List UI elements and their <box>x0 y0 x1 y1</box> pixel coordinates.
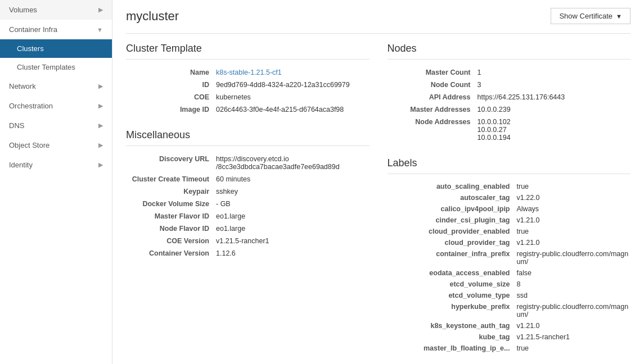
detail-value-coe: kubernetes <box>216 93 251 101</box>
chevron-right-icon: ▶ <box>98 102 103 110</box>
node-address-2: 10.0.0.27 <box>478 126 511 134</box>
chevron-right-icon: ▶ <box>98 161 103 169</box>
label-row: k8s_keystone_auth_tagv1.21.0 <box>388 320 631 331</box>
detail-label-image-id: Image ID <box>126 106 216 113</box>
detail-label-discovery-url: Discovery URL <box>126 155 216 171</box>
detail-label-name: Name <box>126 69 216 76</box>
sidebar-item-volumes[interactable]: Volumes ▶ <box>0 0 112 20</box>
detail-value-master-addresses: 10.0.0.239 <box>478 106 511 113</box>
label-value: registry-public.cloudferro.com/magnum/ <box>517 303 631 319</box>
page-title: mycluster <box>126 9 179 24</box>
detail-row-container-version: Container Version 1.12.6 <box>126 247 370 260</box>
detail-row-id: ID 9ed9d769-4dd8-4324-a220-12a31cc69979 <box>126 79 370 91</box>
chevron-right-icon: ▶ <box>98 83 103 90</box>
label-key: container_infra_prefix <box>388 250 517 266</box>
sidebar: Volumes ▶ Container Infra ▼ Clusters Clu… <box>0 0 112 364</box>
detail-row-node-count: Node Count 3 <box>388 79 631 91</box>
label-value: Always <box>517 205 539 213</box>
sidebar-item-label: Orchestration <box>9 102 53 110</box>
label-value: true <box>517 183 529 190</box>
detail-label-coe: COE <box>126 93 216 101</box>
label-key: k8s_keystone_auth_tag <box>388 322 517 330</box>
sidebar-item-cluster-templates[interactable]: Cluster Templates <box>0 58 112 76</box>
left-column: Cluster Template Name k8s-stable-1.21.5-… <box>126 43 370 364</box>
chevron-right-icon: ▶ <box>98 142 103 149</box>
label-value: v1.22.0 <box>517 194 540 202</box>
labels-table: auto_scaling_enabledtrueautoscaler_tagv1… <box>388 181 631 354</box>
detail-value-master-count: 1 <box>478 69 481 76</box>
detail-row-name: Name k8s-stable-1.21.5-cf1 <box>126 66 370 79</box>
show-certificate-button[interactable]: Show Certificate ▼ <box>551 8 631 24</box>
detail-label-keypair: Keypair <box>126 188 216 195</box>
label-value: false <box>517 269 532 277</box>
detail-label-master-addresses: Master Addresses <box>388 106 478 113</box>
miscellaneous-section: Miscellaneous Discovery URL https://disc… <box>126 129 370 260</box>
sidebar-item-label: Volumes <box>9 6 37 14</box>
detail-value-discovery-url: https://discovery.etcd.io/8cc3e3dbdca7ba… <box>216 155 340 171</box>
label-value: v1.21.0 <box>517 239 540 247</box>
miscellaneous-title: Miscellaneous <box>126 129 370 146</box>
label-key: master_lb_floating_ip_e... <box>388 344 517 352</box>
detail-label-cluster-create-timeout: Cluster Create Timeout <box>126 175 216 183</box>
cluster-template-title: Cluster Template <box>126 43 370 60</box>
detail-row-cluster-create-timeout: Cluster Create Timeout 60 minutes <box>126 173 370 185</box>
detail-row-discovery-url: Discovery URL https://discovery.etcd.io/… <box>126 153 370 173</box>
detail-value-node-addresses: 10.0.0.102 10.0.0.27 10.0.0.194 <box>478 118 511 142</box>
label-row: cloud_provider_tagv1.21.0 <box>388 237 631 248</box>
label-value: 8 <box>517 280 521 288</box>
label-row: master_lb_floating_ip_e...true <box>388 343 631 354</box>
sidebar-item-orchestration[interactable]: Orchestration ▶ <box>0 96 112 116</box>
sidebar-item-network[interactable]: Network ▶ <box>0 76 112 96</box>
label-row: kube_tagv1.21.5-rancher1 <box>388 331 631 343</box>
detail-value-master-flavor-id: eo1.large <box>216 212 245 220</box>
detail-value-container-version: 1.12.6 <box>216 249 236 257</box>
detail-label-master-count: Master Count <box>388 69 478 76</box>
sidebar-item-label: DNS <box>9 121 24 130</box>
label-row: hyperkube_prefixregistry-public.cloudfer… <box>388 301 631 320</box>
sidebar-item-label: Object Store <box>9 141 49 149</box>
detail-row-api-address: API Address https://64.225.131.176:6443 <box>388 91 631 103</box>
sidebar-item-label: Identity <box>9 161 33 169</box>
label-value: v1.21.0 <box>517 216 540 224</box>
chevron-right-icon: ▶ <box>98 6 103 13</box>
sidebar-item-label: Container Infra <box>9 25 57 34</box>
label-key: hyperkube_prefix <box>388 303 517 319</box>
detail-row-master-flavor-id: Master Flavor ID eo1.large <box>126 210 370 222</box>
label-value: v1.21.5-rancher1 <box>517 333 570 341</box>
detail-label-api-address: API Address <box>388 93 478 101</box>
cluster-template-section: Cluster Template Name k8s-stable-1.21.5-… <box>126 43 370 116</box>
detail-label-docker-volume-size: Docker Volume Size <box>126 200 216 208</box>
detail-row-image-id: Image ID 026c4463-3f0e-4e4f-a215-d6764ac… <box>126 103 370 116</box>
detail-value-coe-version: v1.21.5-rancher1 <box>216 237 269 245</box>
detail-value-node-flavor-id: eo1.large <box>216 225 245 233</box>
label-key: cloud_provider_enabled <box>388 228 517 235</box>
sidebar-item-dns[interactable]: DNS ▶ <box>0 116 112 135</box>
label-row: etcd_volume_typessd <box>388 290 631 301</box>
label-key: calico_ipv4pool_ipip <box>388 205 517 213</box>
chevron-down-icon: ▼ <box>97 26 103 33</box>
node-address-1: 10.0.0.102 <box>478 118 511 126</box>
chevron-right-icon: ▶ <box>98 122 103 129</box>
detail-value-image-id: 026c4463-3f0e-4e4f-a215-d6764aca3f98 <box>216 106 344 113</box>
detail-row-master-count: Master Count 1 <box>388 66 631 79</box>
cluster-template-table: Name k8s-stable-1.21.5-cf1 ID 9ed9d769-4… <box>126 66 370 116</box>
sidebar-item-clusters[interactable]: Clusters <box>0 39 112 58</box>
nodes-title: Nodes <box>388 43 631 60</box>
detail-label-node-addresses: Node Addresses <box>388 118 478 142</box>
label-key: cinder_csi_plugin_tag <box>388 216 517 224</box>
sidebar-item-identity[interactable]: Identity ▶ <box>0 155 112 175</box>
nodes-section: Nodes Master Count 1 Node Count 3 API Ad… <box>388 43 631 144</box>
label-value: ssd <box>517 292 528 299</box>
detail-value-name[interactable]: k8s-stable-1.21.5-cf1 <box>216 69 282 76</box>
dropdown-caret-icon: ▼ <box>616 13 622 20</box>
sidebar-item-container-infra[interactable]: Container Infra ▼ <box>0 20 112 39</box>
detail-value-node-count: 3 <box>478 81 481 89</box>
label-value: v1.21.0 <box>517 322 540 330</box>
detail-row-keypair: Keypair sshkey <box>126 185 370 198</box>
detail-value-docker-volume-size: - GB <box>216 200 231 208</box>
detail-row-node-flavor-id: Node Flavor ID eo1.large <box>126 222 370 235</box>
page-header: mycluster Show Certificate ▼ <box>126 0 631 34</box>
label-row: etcd_volume_size8 <box>388 279 631 290</box>
sidebar-item-object-store[interactable]: Object Store ▶ <box>0 135 112 155</box>
detail-value-cluster-create-timeout: 60 minutes <box>216 175 250 183</box>
